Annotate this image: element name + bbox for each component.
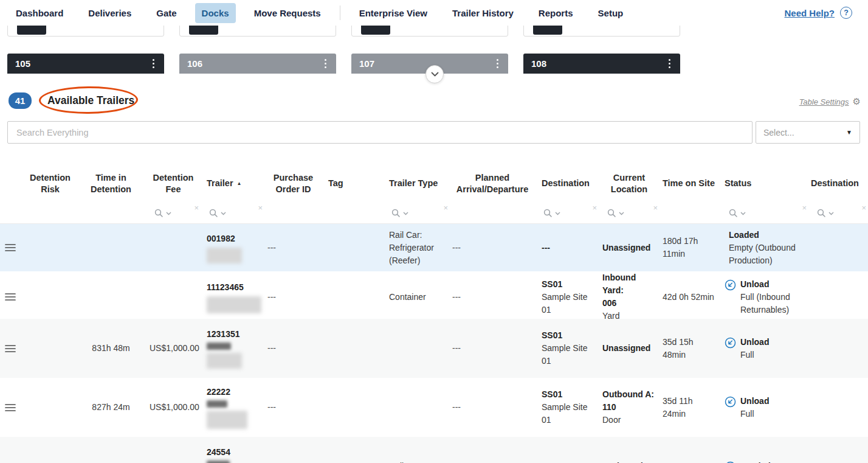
cell-status: Unload Full xyxy=(720,395,808,420)
nav-item-setup[interactable]: Setup xyxy=(598,8,624,18)
help-area: Need Help? ? xyxy=(784,7,852,19)
column-header-trailer-type[interactable]: Trailer Type xyxy=(383,178,450,189)
dock-number: 105 xyxy=(15,58,30,69)
filter-destination: × xyxy=(535,203,599,223)
column-header-status[interactable]: Status xyxy=(720,178,808,189)
column-header-tag[interactable]: Tag xyxy=(322,178,383,189)
dock-number: 108 xyxy=(531,58,546,69)
unload-status-icon xyxy=(725,279,736,291)
nav-item-deliveries[interactable]: Deliveries xyxy=(88,8,131,18)
drag-handle-icon[interactable] xyxy=(5,293,16,301)
sort-ascending-icon: ▲ xyxy=(237,181,242,186)
cell-trailer: 1231351 xyxy=(201,328,264,369)
column-header-destination[interactable]: Destination xyxy=(535,178,599,189)
column-header-destination-right[interactable]: Destination xyxy=(808,178,868,189)
cell-time-on-site: 180d 17h 11min xyxy=(660,235,720,260)
redacted-text xyxy=(207,296,261,313)
column-filter-icon[interactable] xyxy=(729,209,746,218)
cell-destination: SS01 Sample Site 01 xyxy=(535,278,599,316)
table-row[interactable]: 11123465 --- Container --- SS01 Sample S… xyxy=(0,271,868,319)
column-header-planned-arrival-departure[interactable]: Planned Arrival/Departure xyxy=(450,172,535,195)
cell-detention-fee: US$1,000.00 xyxy=(146,401,201,414)
redacted-text xyxy=(207,353,242,369)
column-header-detention-fee[interactable]: Detention Fee xyxy=(146,172,201,195)
clear-filter-icon[interactable]: × xyxy=(802,204,807,212)
column-filter-icon[interactable] xyxy=(209,209,226,218)
cell-trailer: 11123465 xyxy=(201,281,264,313)
filter-select[interactable]: Select... ▼ xyxy=(756,121,860,144)
nav-item-reports[interactable]: Reports xyxy=(539,8,573,18)
redacted-text xyxy=(207,343,231,350)
search-input[interactable] xyxy=(7,121,753,144)
drag-handle-icon[interactable] xyxy=(5,403,16,412)
column-header-detention-risk[interactable]: Detention Risk xyxy=(24,172,76,195)
cell-trailer-type: Rail Car: Refrigerator (Reefer) xyxy=(383,229,450,267)
help-icon[interactable]: ? xyxy=(840,7,852,19)
nav-item-move-requests[interactable]: Move Requests xyxy=(254,8,321,18)
table-row[interactable]: 24554 Rail Car: Outbound A: Loaded xyxy=(0,437,868,463)
clear-filter-icon[interactable]: × xyxy=(258,204,263,212)
page-title: Available Trailers xyxy=(47,94,134,107)
nav-item-trailer-history[interactable]: Trailer History xyxy=(452,8,514,18)
cell-planned-arrival-departure: --- xyxy=(450,291,535,304)
dock-card-108[interactable]: 108 xyxy=(523,54,680,74)
dock-card-105[interactable]: 105 xyxy=(7,54,164,74)
clear-filter-icon[interactable]: × xyxy=(592,204,597,212)
kebab-menu-icon[interactable] xyxy=(323,57,329,71)
nav-divider xyxy=(340,5,340,20)
kebab-menu-icon[interactable] xyxy=(151,57,157,71)
top-nav: Dashboard Deliveries Gate Docks Move Req… xyxy=(0,0,868,26)
cell-destination: SS01 Sample Site 01 xyxy=(535,329,599,367)
table-row[interactable]: 827h 24m US$1,000.00 22222 --- --- SS01 … xyxy=(0,378,868,437)
clear-filter-icon[interactable]: × xyxy=(194,204,199,212)
filter-status: × xyxy=(720,203,808,223)
cell-purchase-order-id: --- xyxy=(264,401,322,414)
chevron-down-icon xyxy=(431,72,439,77)
cell-status: Unload Full (Inbound Returnables) xyxy=(720,278,808,316)
column-filter-icon[interactable] xyxy=(817,209,834,218)
trailer-count-badge: 41 xyxy=(9,92,32,109)
nav-item-dashboard[interactable]: Dashboard xyxy=(16,8,63,18)
column-header-current-location[interactable]: Current Location xyxy=(599,172,660,195)
cell-status: Unload Full xyxy=(720,336,808,361)
dock-number: 106 xyxy=(187,58,202,69)
cell-time-in-detention: 827h 24m xyxy=(76,401,146,414)
cell-planned-arrival-departure: --- xyxy=(450,401,535,414)
need-help-link[interactable]: Need Help? xyxy=(784,8,835,18)
column-filter-icon[interactable] xyxy=(391,209,408,218)
column-header-purchase-order-id[interactable]: Purchase Order ID xyxy=(264,172,322,195)
table-row[interactable]: 831h 48m US$1,000.00 1231351 --- --- SS0… xyxy=(0,319,868,378)
table-settings-label: Table Settings xyxy=(799,97,849,106)
kebab-menu-icon[interactable] xyxy=(495,57,501,71)
column-header-time-on-site[interactable]: Time on Site xyxy=(660,178,720,189)
table-settings-link[interactable]: Table Settings ⚙ xyxy=(799,96,861,107)
dock-card-106[interactable]: 106 xyxy=(179,54,336,74)
column-header-trailer[interactable]: Trailer▲ xyxy=(201,178,264,189)
nav-item-gate[interactable]: Gate xyxy=(156,8,176,18)
column-header-time-in-detention[interactable]: Time in Detention xyxy=(76,172,146,195)
cell-purchase-order-id: --- xyxy=(264,291,322,304)
collapse-docks-button[interactable] xyxy=(425,65,444,83)
cell-time-on-site: 35d 11h 24min xyxy=(660,395,720,420)
drag-handle-icon[interactable] xyxy=(5,344,16,353)
clear-filter-icon[interactable]: × xyxy=(653,204,658,212)
nav-item-docks[interactable]: Docks xyxy=(195,3,236,23)
cell-time-on-site: 35d 15h 48min xyxy=(660,336,720,361)
table-row[interactable]: 001982 --- Rail Car: Refrigerator (Reefe… xyxy=(0,224,868,271)
cell-trailer-type: Rail Car: xyxy=(383,460,450,463)
column-filter-icon[interactable] xyxy=(154,209,171,218)
clear-filter-icon[interactable]: × xyxy=(443,204,448,212)
column-filter-icon[interactable] xyxy=(543,209,560,218)
cell-trailer: 24554 xyxy=(201,446,264,463)
drag-handle-icon[interactable] xyxy=(5,243,16,252)
nav-item-enterprise-view[interactable]: Enterprise View xyxy=(359,8,427,18)
gear-icon: ⚙ xyxy=(853,96,861,107)
kebab-menu-icon[interactable] xyxy=(667,57,673,71)
filter-trailer: × xyxy=(201,203,264,223)
cell-destination: SS01 Sample Site 01 xyxy=(535,388,599,426)
clear-filter-icon[interactable]: × xyxy=(861,204,866,212)
table-header-row: Detention Risk Time in Detention Detenti… xyxy=(0,164,868,203)
cell-planned-arrival-departure: --- xyxy=(450,342,535,355)
cell-trailer-type: Container xyxy=(383,291,450,304)
column-filter-icon[interactable] xyxy=(607,209,624,218)
